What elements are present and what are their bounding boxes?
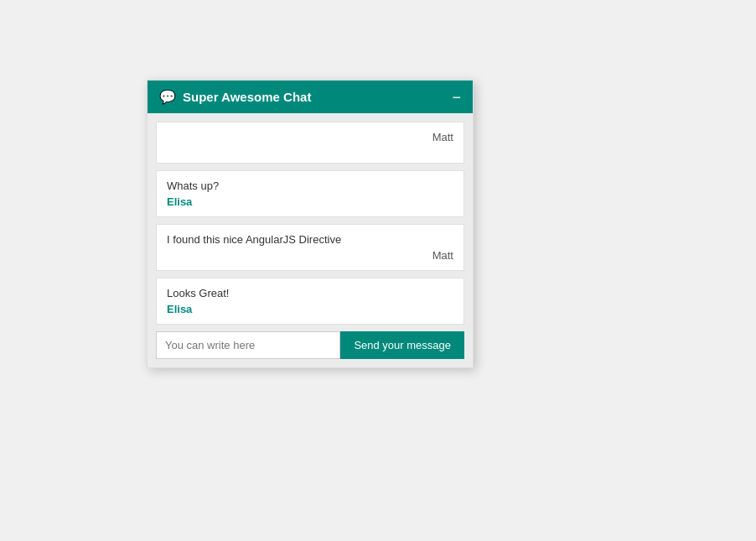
- message-text-teal-3: I found this nice AngularJS Directive: [167, 233, 453, 246]
- message-box-teal-3: I found this nice AngularJS Directive Ma…: [156, 224, 464, 271]
- chat-icon: 💬: [159, 89, 176, 105]
- send-button-teal[interactable]: Send your message: [340, 331, 464, 359]
- chat-body-teal: Matt Whats up? Elisa I found this nice A…: [148, 113, 473, 367]
- message-box-teal-4: Looks Great! Elisa: [156, 278, 464, 325]
- message-box-teal-1: Matt: [156, 122, 464, 164]
- message-input-teal[interactable]: [156, 331, 340, 359]
- sender-teal-3: Matt: [167, 249, 453, 262]
- message-text-teal-2: Whats up?: [167, 179, 453, 192]
- chat-window-teal: 💬 Super Awesome Chat − Matt Whats up? El…: [147, 80, 474, 368]
- chat-title: Super Awesome Chat: [183, 90, 311, 104]
- sender-teal-1: Matt: [167, 131, 453, 143]
- message-text-teal-4: Looks Great!: [167, 287, 453, 299]
- minimize-button-teal[interactable]: −: [452, 90, 461, 105]
- sender-teal-2: Elisa: [167, 195, 453, 208]
- message-box-teal-2: Whats up? Elisa: [156, 170, 464, 217]
- input-row-teal: Send your message: [156, 331, 464, 359]
- chat-title-area: 💬 Super Awesome Chat: [159, 89, 311, 105]
- sender-teal-4: Elisa: [167, 303, 453, 315]
- chat-header-teal: 💬 Super Awesome Chat −: [148, 81, 473, 113]
